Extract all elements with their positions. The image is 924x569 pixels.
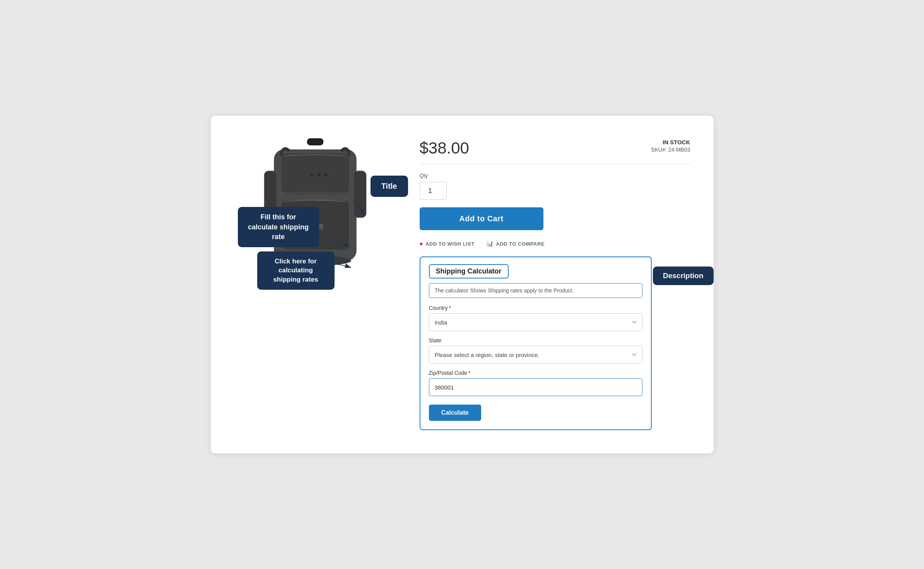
country-field: Country* India United States United King… <box>429 305 642 331</box>
qty-input[interactable] <box>420 182 447 200</box>
annotation-fill: Fill this for calculate shipping rate <box>238 207 319 247</box>
product-price: $38.00 <box>420 139 469 157</box>
shipping-calculator-title: Shipping Calculator <box>429 264 509 279</box>
shipping-calculator: Shipping Calculator The calculator Shows… <box>420 256 652 430</box>
annotation-title: Title <box>371 176 408 197</box>
stock-info: IN STOCK SKU#: 24-MB03 <box>651 139 690 153</box>
zip-field: Zip/Postal Code* <box>429 370 642 396</box>
annotation-click: Click here for calculating shipping rate… <box>257 251 335 290</box>
sku-value: SKU#: 24-MB03 <box>651 147 690 153</box>
svg-rect-0 <box>307 138 323 145</box>
svg-point-6 <box>325 173 327 176</box>
price-row: $38.00 IN STOCK SKU#: 24-MB03 <box>420 139 690 157</box>
in-stock-badge: IN STOCK <box>651 139 690 145</box>
shipping-calculator-description: The calculator Shows Shipping rates appl… <box>429 283 642 298</box>
product-card: Title Fill this for calculate shipping r… <box>211 116 714 453</box>
zip-input[interactable] <box>429 378 642 396</box>
product-image-area: Title Fill this for calculate shipping r… <box>234 135 396 286</box>
country-label: Country* <box>429 305 642 311</box>
state-label: State <box>429 337 642 343</box>
bar-chart-icon: 📊 <box>486 240 494 247</box>
heart-icon: ♥ <box>420 241 423 247</box>
price-divider <box>420 164 690 164</box>
state-field: State Please select a region, state or p… <box>429 337 642 364</box>
product-details: $38.00 IN STOCK SKU#: 24-MB03 Qty Add to… <box>420 135 690 430</box>
wishlist-link[interactable]: ♥ ADD TO WISH LIST <box>420 241 475 247</box>
compare-link[interactable]: 📊 ADD TO COMPARE <box>486 240 545 247</box>
svg-point-4 <box>310 173 313 176</box>
svg-point-5 <box>317 173 320 176</box>
zip-label: Zip/Postal Code* <box>429 370 642 376</box>
wishlist-compare-row: ♥ ADD TO WISH LIST 📊 ADD TO COMPARE <box>420 240 690 247</box>
qty-label: Qty <box>420 173 690 179</box>
svg-rect-3 <box>281 153 349 194</box>
state-select[interactable]: Please select a region, state or provinc… <box>429 346 642 364</box>
calculate-button[interactable]: Calculate <box>429 405 481 421</box>
annotation-description: Description <box>653 267 714 285</box>
add-to-cart-button[interactable]: Add to Cart <box>420 207 543 230</box>
country-select[interactable]: India United States United Kingdom Austr… <box>429 313 642 331</box>
